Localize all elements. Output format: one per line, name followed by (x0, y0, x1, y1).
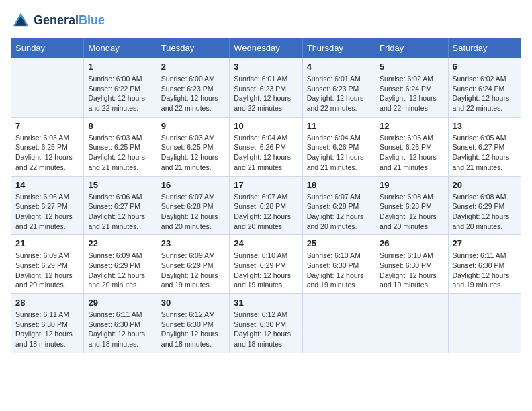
day-number: 20 (453, 180, 517, 190)
day-number: 19 (380, 180, 443, 190)
day-info: Sunrise: 6:02 AMSunset: 6:24 PMDaylight:… (380, 74, 443, 113)
day-cell: 10Sunrise: 6:04 AMSunset: 6:26 PMDayligh… (230, 117, 302, 176)
calendar-table: SundayMondayTuesdayWednesdayThursdayFrid… (11, 38, 521, 353)
day-number: 17 (234, 180, 298, 190)
day-number: 27 (453, 238, 517, 248)
day-info: Sunrise: 6:10 AMSunset: 6:29 PMDaylight:… (234, 250, 298, 290)
day-cell: 27Sunrise: 6:11 AMSunset: 6:30 PMDayligh… (448, 235, 521, 294)
week-row-1: 1Sunrise: 6:00 AMSunset: 6:22 PMDaylight… (11, 58, 521, 118)
day-number: 23 (161, 238, 225, 248)
day-info: Sunrise: 6:02 AMSunset: 6:24 PMDaylight:… (453, 74, 517, 113)
day-number: 6 (453, 62, 517, 72)
col-header-monday: Monday (84, 38, 157, 58)
day-info: Sunrise: 6:07 AMSunset: 6:28 PMDaylight:… (234, 192, 298, 232)
day-info: Sunrise: 6:11 AMSunset: 6:30 PMDaylight:… (453, 250, 517, 290)
day-info: Sunrise: 6:08 AMSunset: 6:29 PMDaylight:… (453, 192, 517, 232)
day-number: 15 (88, 180, 152, 190)
logo-text: GeneralBlue (34, 14, 105, 28)
day-info: Sunrise: 6:10 AMSunset: 6:30 PMDaylight:… (307, 250, 371, 290)
col-header-thursday: Thursday (302, 38, 375, 58)
day-cell: 2Sunrise: 6:00 AMSunset: 6:23 PMDaylight… (157, 58, 229, 118)
day-number: 4 (307, 62, 371, 72)
header-row: SundayMondayTuesdayWednesdayThursdayFrid… (11, 38, 521, 58)
day-info: Sunrise: 6:00 AMSunset: 6:23 PMDaylight:… (161, 74, 225, 113)
day-number: 7 (15, 121, 79, 131)
logo-icon (11, 11, 31, 31)
day-number: 31 (234, 298, 298, 308)
col-header-sunday: Sunday (11, 38, 84, 58)
day-cell: 3Sunrise: 6:01 AMSunset: 6:23 PMDaylight… (230, 58, 302, 118)
day-info: Sunrise: 6:07 AMSunset: 6:28 PMDaylight:… (161, 192, 225, 232)
day-number: 22 (88, 238, 152, 248)
day-info: Sunrise: 6:11 AMSunset: 6:30 PMDaylight:… (88, 310, 152, 349)
day-cell: 13Sunrise: 6:05 AMSunset: 6:27 PMDayligh… (448, 117, 521, 176)
day-number: 28 (15, 298, 79, 308)
day-info: Sunrise: 6:03 AMSunset: 6:25 PMDaylight:… (88, 133, 152, 173)
day-number: 21 (15, 238, 79, 248)
day-cell: 7Sunrise: 6:03 AMSunset: 6:25 PMDaylight… (11, 117, 84, 176)
day-cell (11, 58, 84, 118)
day-info: Sunrise: 6:09 AMSunset: 6:29 PMDaylight:… (15, 250, 79, 290)
day-cell: 20Sunrise: 6:08 AMSunset: 6:29 PMDayligh… (448, 176, 521, 235)
week-row-5: 28Sunrise: 6:11 AMSunset: 6:30 PMDayligh… (11, 294, 521, 353)
day-cell: 5Sunrise: 6:02 AMSunset: 6:24 PMDaylight… (375, 58, 448, 118)
day-info: Sunrise: 6:08 AMSunset: 6:28 PMDaylight:… (380, 192, 443, 232)
day-cell: 1Sunrise: 6:00 AMSunset: 6:22 PMDaylight… (84, 58, 157, 118)
day-cell: 18Sunrise: 6:07 AMSunset: 6:28 PMDayligh… (302, 176, 375, 235)
day-cell: 26Sunrise: 6:10 AMSunset: 6:30 PMDayligh… (375, 235, 448, 294)
day-info: Sunrise: 6:11 AMSunset: 6:30 PMDaylight:… (15, 310, 79, 349)
day-number: 26 (380, 238, 443, 248)
day-cell: 24Sunrise: 6:10 AMSunset: 6:29 PMDayligh… (230, 235, 302, 294)
day-cell: 9Sunrise: 6:03 AMSunset: 6:25 PMDaylight… (157, 117, 229, 176)
col-header-tuesday: Tuesday (157, 38, 229, 58)
day-info: Sunrise: 6:03 AMSunset: 6:25 PMDaylight:… (15, 133, 79, 173)
day-cell: 8Sunrise: 6:03 AMSunset: 6:25 PMDaylight… (84, 117, 157, 176)
day-cell: 30Sunrise: 6:12 AMSunset: 6:30 PMDayligh… (157, 294, 229, 353)
day-number: 25 (307, 238, 371, 248)
day-number: 12 (380, 121, 443, 131)
week-row-2: 7Sunrise: 6:03 AMSunset: 6:25 PMDaylight… (11, 117, 521, 176)
day-cell: 23Sunrise: 6:09 AMSunset: 6:29 PMDayligh… (157, 235, 229, 294)
day-number: 1 (88, 62, 152, 72)
col-header-friday: Friday (375, 38, 448, 58)
day-info: Sunrise: 6:09 AMSunset: 6:29 PMDaylight:… (88, 250, 152, 290)
day-cell: 16Sunrise: 6:07 AMSunset: 6:28 PMDayligh… (157, 176, 229, 235)
day-info: Sunrise: 6:03 AMSunset: 6:25 PMDaylight:… (161, 133, 225, 173)
day-info: Sunrise: 6:05 AMSunset: 6:26 PMDaylight:… (380, 133, 443, 173)
day-number: 3 (234, 62, 298, 72)
day-cell: 21Sunrise: 6:09 AMSunset: 6:29 PMDayligh… (11, 235, 84, 294)
day-cell: 14Sunrise: 6:06 AMSunset: 6:27 PMDayligh… (11, 176, 84, 235)
day-cell: 4Sunrise: 6:01 AMSunset: 6:23 PMDaylight… (302, 58, 375, 118)
day-number: 13 (453, 121, 517, 131)
day-number: 5 (380, 62, 443, 72)
day-cell: 28Sunrise: 6:11 AMSunset: 6:30 PMDayligh… (11, 294, 84, 353)
day-cell: 31Sunrise: 6:12 AMSunset: 6:30 PMDayligh… (230, 294, 302, 353)
day-number: 11 (307, 121, 371, 131)
day-info: Sunrise: 6:01 AMSunset: 6:23 PMDaylight:… (307, 74, 371, 113)
week-row-3: 14Sunrise: 6:06 AMSunset: 6:27 PMDayligh… (11, 176, 521, 235)
day-cell (448, 294, 521, 353)
day-info: Sunrise: 6:09 AMSunset: 6:29 PMDaylight:… (161, 250, 225, 290)
day-cell: 6Sunrise: 6:02 AMSunset: 6:24 PMDaylight… (448, 58, 521, 118)
day-info: Sunrise: 6:04 AMSunset: 6:26 PMDaylight:… (307, 133, 371, 173)
day-cell: 29Sunrise: 6:11 AMSunset: 6:30 PMDayligh… (84, 294, 157, 353)
day-number: 2 (161, 62, 225, 72)
day-cell: 19Sunrise: 6:08 AMSunset: 6:28 PMDayligh… (375, 176, 448, 235)
day-info: Sunrise: 6:06 AMSunset: 6:27 PMDaylight:… (88, 192, 152, 232)
day-cell (302, 294, 375, 353)
day-info: Sunrise: 6:00 AMSunset: 6:22 PMDaylight:… (88, 74, 152, 113)
day-info: Sunrise: 6:07 AMSunset: 6:28 PMDaylight:… (307, 192, 371, 232)
page-header: GeneralBlue (11, 11, 521, 31)
day-cell: 22Sunrise: 6:09 AMSunset: 6:29 PMDayligh… (84, 235, 157, 294)
week-row-4: 21Sunrise: 6:09 AMSunset: 6:29 PMDayligh… (11, 235, 521, 294)
day-number: 9 (161, 121, 225, 131)
day-cell: 11Sunrise: 6:04 AMSunset: 6:26 PMDayligh… (302, 117, 375, 176)
day-cell: 25Sunrise: 6:10 AMSunset: 6:30 PMDayligh… (302, 235, 375, 294)
day-number: 16 (161, 180, 225, 190)
day-info: Sunrise: 6:06 AMSunset: 6:27 PMDaylight:… (15, 192, 79, 232)
day-info: Sunrise: 6:04 AMSunset: 6:26 PMDaylight:… (234, 133, 298, 173)
day-cell: 15Sunrise: 6:06 AMSunset: 6:27 PMDayligh… (84, 176, 157, 235)
col-header-saturday: Saturday (448, 38, 521, 58)
day-info: Sunrise: 6:10 AMSunset: 6:30 PMDaylight:… (380, 250, 443, 290)
day-number: 30 (161, 298, 225, 308)
